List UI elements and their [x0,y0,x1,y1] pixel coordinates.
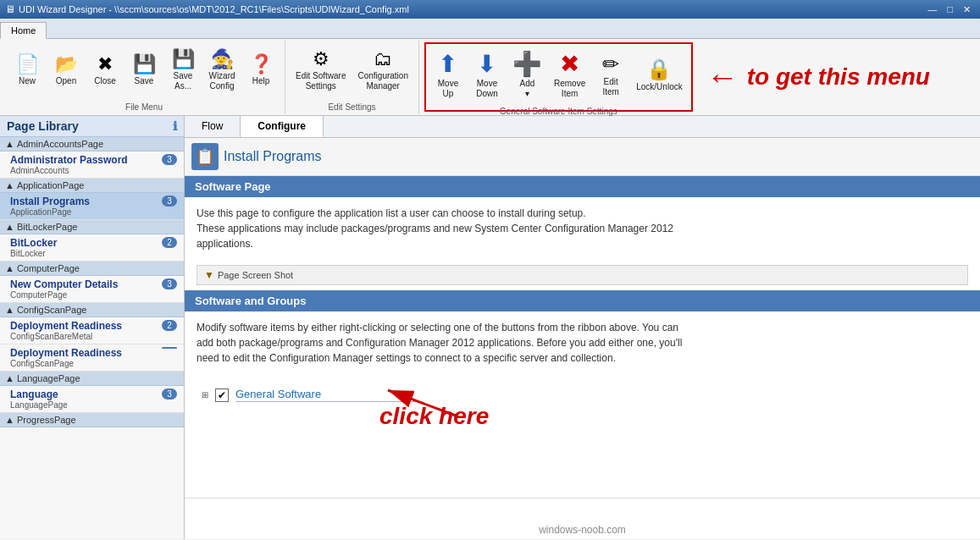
sidebar-header: Page Library ℹ [0,116,184,137]
item-sub-app: ApplicationPage [10,207,90,217]
window-title: UDI Wizard Designer - \\sccm\sources\os\… [19,4,409,14]
category-expand-app: ▲ [5,180,14,190]
sidebar-category-app: ▲ ApplicationPage [0,179,184,193]
collapsible-label: Page Screen Shot [218,270,293,280]
item-name-dr1: Deployment Readiness [10,320,122,332]
open-icon: 📂 [55,55,78,74]
sidebar: Page Library ℹ ▲ AdminAccountsPage Admin… [0,116,185,539]
item-sub-computer: ComputerPage [10,290,118,300]
sidebar-category-progress: ▲ ProgressPage [0,413,184,427]
software-groups-text: Modify software items by either right-cl… [197,322,682,364]
category-expand-progress: ▲ [5,415,14,425]
ribbon-tabs: Home [0,19,980,39]
badge-dr1: 2 [162,320,177,331]
wizard-config-button[interactable]: 🧙 WizardConfig [203,41,241,101]
click-here-text: click here [379,403,489,430]
page-screenshot-row[interactable]: ▼ Page Screen Shot [197,265,968,285]
page-header: 📋 Install Programs [185,138,980,176]
remove-label: RemoveItem [554,79,585,99]
new-button[interactable]: 📄 New [8,41,46,101]
close-icon: ✖ [97,55,113,74]
ribbon-content: 📄 New 📂 Open ✖ Close 💾 Save 💾 Save [0,39,980,115]
category-label-app: ApplicationPage [17,180,85,190]
item-name-dr2: Deployment Readiness [10,347,122,359]
remove-item-button[interactable]: ✖ RemoveItem [549,46,590,105]
item-sub-dr1: ConfigScanBareMetal [10,332,122,341]
tree-item-row[interactable]: ⊞ ✔ General Software [197,384,968,405]
category-label-computer: ComputerPage [17,263,80,273]
help-icon: ❓ [250,55,273,74]
item-name-computer: New Computer Details [10,278,118,290]
badge-language: 3 [162,388,177,399]
add-label: Add▾ [520,79,535,99]
sidebar-title: Page Library [7,119,79,133]
save-button[interactable]: 💾 Save [125,41,163,101]
sidebar-item-new-computer[interactable]: New Computer Details ComputerPage 3 [0,276,184,303]
sidebar-category-bitlocker: ▲ BitLockerPage [0,220,184,234]
item-name-app: Install Programs [10,196,90,207]
lock-icon: 🔒 [646,59,672,80]
sidebar-item-deployment-readiness-1[interactable]: Deployment Readiness ConfigScanBareMetal… [0,317,184,344]
tab-configure[interactable]: Configure [241,116,324,137]
minimize-button[interactable]: — [923,3,941,16]
sidebar-item-language[interactable]: Language LanguagePage 3 [0,386,184,413]
tree-checkbox[interactable]: ✔ [215,388,229,402]
badge-dr2 [162,347,177,349]
tab-home[interactable]: Home [0,22,47,39]
wizard-label: WizardConfig [208,71,235,91]
close-button-ribbon[interactable]: ✖ Close [86,41,124,101]
ribbon-group-gsi: ⬆ MoveUp ⬇ MoveDown ➕ Add▾ ✖ RemoveItem … [424,42,693,112]
new-icon: 📄 [16,55,39,74]
software-groups-header: Software and Groups [185,290,980,311]
add-button[interactable]: ➕ Add▾ [507,46,547,105]
sidebar-category-configscan: ▲ ConfigScanPage [0,303,184,317]
close-button[interactable]: ✕ [959,3,975,16]
category-label-bitlocker: BitLockerPage [17,222,78,232]
close-label: Close [94,76,116,86]
save-as-label: SaveAs... [174,71,193,91]
annotation-menu-text-container: to get this menu [747,63,930,91]
software-page-header: Software Page [185,176,980,197]
config-manager-icon: 🗂 [374,50,392,69]
item-sub-bitlocker: BitLocker [10,249,57,258]
edit-settings-label: Edit SoftwareSettings [296,71,346,91]
edit-item-button[interactable]: ✏ EditItem [592,46,629,105]
left-arrow-icon: ← [706,59,739,96]
tab-flow[interactable]: Flow [185,116,241,137]
edit-settings-group-label: Edit Settings [328,102,375,113]
move-down-button[interactable]: ⬇ MoveDown [468,46,506,105]
save-as-button[interactable]: 💾 SaveAs... [164,41,202,101]
sidebar-scroll[interactable]: ▲ AdminAccountsPage Administrator Passwo… [0,137,184,539]
edit-settings-icon: ⚙ [313,50,329,69]
sidebar-category-language: ▲ LanguagePage [0,372,184,386]
annotation-area: ← to get this menu [706,41,930,113]
configuration-manager-button[interactable]: 🗂 to get this menu ConfigurationManager [352,41,412,101]
main-layout: Page Library ℹ ▲ AdminAccountsPage Admin… [0,116,980,539]
sidebar-item-install-programs[interactable]: Install Programs ApplicationPage 3 [0,193,184,220]
move-up-button[interactable]: ⬆ MoveUp [429,46,467,105]
sidebar-item-admin-password[interactable]: Administrator Password AdminAccounts 3 [0,152,184,179]
category-label-admin: AdminAccountsPage [17,139,103,149]
ribbon-group-edit-settings: ⚙ Edit SoftwareSettings 🗂 to get this me… [285,41,419,113]
maximize-button[interactable]: □ [943,3,957,16]
ribbon: Home 📄 New 📂 Open ✖ Close 💾 Sav [0,19,980,116]
badge-bitlocker: 2 [162,237,177,248]
sidebar-item-deployment-readiness-2[interactable]: Deployment Readiness ConfigScanPage [0,344,184,372]
open-button[interactable]: 📂 Open [47,41,85,101]
config-manager-label-text: ConfigurationManager [357,71,407,91]
tree-row-container: ⊞ ✔ General Software click here [185,377,980,412]
item-name-language: Language [10,388,68,400]
wizard-icon: 🧙 [211,50,234,69]
help-button[interactable]: ❓ Help [242,41,280,101]
content-tabs: Flow Configure [185,116,980,138]
sidebar-item-bitlocker[interactable]: BitLocker BitLocker 2 [0,234,184,262]
category-expand-language: ▲ [5,373,14,383]
ribbon-group-file: 📄 New 📂 Open ✖ Close 💾 Save 💾 Save [3,41,285,113]
category-expand-configscan: ▲ [5,305,14,315]
save-icon: 💾 [133,55,156,74]
sidebar-info-icon: ℹ [173,119,177,133]
lock-unlock-button[interactable]: 🔒 Lock/Unlock [631,46,687,105]
item-sub-admin: AdminAccounts [10,166,128,175]
new-label: New [19,76,36,86]
edit-software-settings-button[interactable]: ⚙ Edit SoftwareSettings [291,41,351,101]
